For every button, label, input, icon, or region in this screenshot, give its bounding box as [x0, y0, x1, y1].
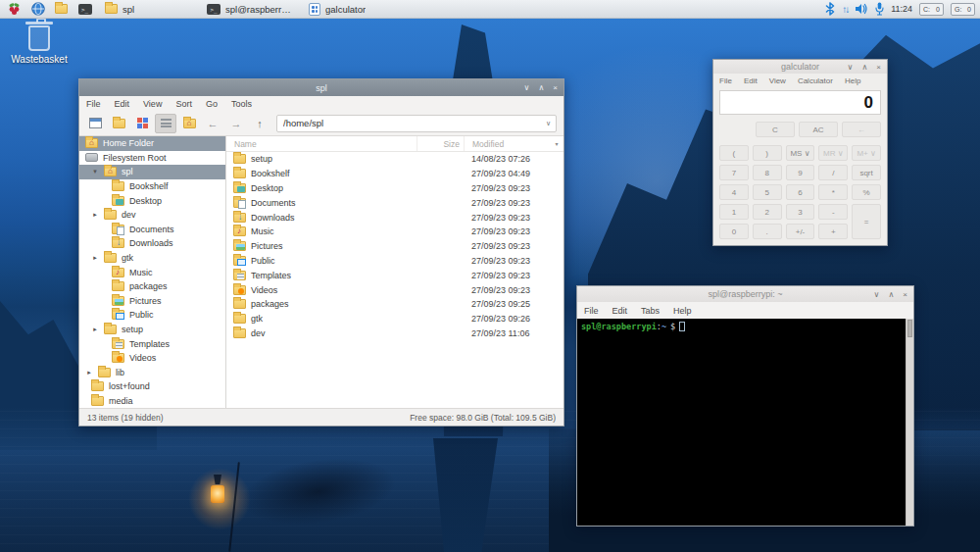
memory-recall-button[interactable]: MR ∨ — [818, 145, 848, 161]
wastebasket-desktop-icon[interactable]: Wastebasket — [6, 25, 73, 65]
sidebar-tree-item-pictures[interactable]: Pictures — [79, 294, 225, 309]
bluetooth-icon[interactable] — [825, 2, 835, 16]
file-row-packages[interactable]: packages 27/09/23 09:25 — [226, 297, 564, 312]
menu-sort[interactable]: Sort — [169, 99, 199, 109]
minimize-icon[interactable]: ∨ — [874, 290, 880, 299]
key-2[interactable]: 2 — [753, 204, 782, 220]
maximize-icon[interactable]: ∧ — [538, 83, 544, 92]
sidebar-tree-item-lib[interactable]: ▸ lib — [79, 366, 225, 380]
menu-edit[interactable]: Edit — [606, 306, 635, 316]
sidebar-tree-item-packages[interactable]: packages — [79, 279, 225, 294]
sidebar-tree-item-music[interactable]: Music — [79, 265, 225, 279]
clock[interactable]: 11:24 — [891, 4, 912, 14]
microphone-icon[interactable] — [875, 2, 884, 16]
back-button[interactable]: ← — [202, 114, 223, 133]
file-row-desktop[interactable]: Desktop 27/09/23 09:23 — [226, 181, 564, 196]
menu-file[interactable]: File — [79, 99, 108, 109]
menu-tools[interactable]: Tools — [224, 99, 259, 109]
file-row-templates[interactable]: Templates 27/09/23 09:23 — [226, 268, 564, 282]
network-traffic-icon[interactable]: ↑↓ — [842, 4, 848, 15]
close-icon[interactable]: × — [903, 290, 907, 299]
chevron-down-icon[interactable]: ∨ — [541, 120, 556, 127]
key-3[interactable]: 3 — [786, 204, 815, 220]
key-8[interactable]: 8 — [753, 165, 782, 180]
scrollbar-thumb[interactable] — [907, 320, 912, 337]
maximize-icon[interactable]: ∧ — [861, 63, 867, 72]
menu-go[interactable]: Go — [199, 99, 224, 109]
expander-closed-icon[interactable]: ▸ — [91, 326, 99, 333]
browser-launcher[interactable] — [27, 1, 48, 18]
sidebar-tree-item-templates[interactable]: Templates — [79, 336, 225, 351]
file-row-bookshelf[interactable]: Bookshelf 27/09/23 04:49 — [226, 167, 564, 181]
clear-button[interactable]: C — [756, 122, 795, 137]
sidebar-item-home-folder[interactable]: Home Folder — [79, 136, 225, 151]
menu-view[interactable]: View — [136, 99, 169, 109]
expander-closed-icon[interactable]: ▸ — [91, 254, 99, 262]
menu-calculator[interactable]: Calculator — [792, 76, 839, 85]
terminal-titlebar[interactable]: spl@raspberrypi: ~ ∨ ∧ × — [577, 286, 913, 302]
column-header-modified[interactable]: Modified — [464, 136, 550, 151]
menu-edit[interactable]: Edit — [738, 76, 763, 85]
terminal-content[interactable]: spl@raspberrypi:~$ — [577, 319, 913, 526]
volume-icon[interactable] — [855, 3, 868, 15]
close-paren-button[interactable]: ) — [753, 145, 782, 161]
expander-closed-icon[interactable]: ▸ — [85, 369, 93, 376]
multiply-button[interactable]: * — [818, 184, 848, 200]
sidebar-tree-item-public[interactable]: Public — [79, 308, 225, 323]
sidebar-tree-item-spl[interactable]: ▾ spl — [79, 165, 225, 179]
menu-tabs[interactable]: Tabs — [634, 306, 666, 316]
close-icon[interactable]: × — [553, 83, 558, 92]
menu-view[interactable]: View — [763, 76, 792, 85]
menu-edit[interactable]: Edit — [108, 99, 137, 109]
divide-button[interactable]: / — [818, 165, 848, 180]
file-row-pictures[interactable]: Pictures 27/09/23 09:23 — [226, 239, 564, 254]
new-window-button[interactable] — [84, 114, 106, 133]
list-view-button[interactable] — [155, 114, 176, 133]
file-row-setup[interactable]: setup 14/08/23 07:26 — [226, 152, 564, 167]
sidebar-tree-item-gtk[interactable]: ▸ gtk — [79, 251, 225, 266]
calculator-titlebar[interactable]: galculator ∨ ∧ × — [713, 60, 887, 74]
file-row-dev[interactable]: dev 27/09/23 11:06 — [226, 326, 564, 341]
menu-file[interactable]: File — [713, 76, 738, 85]
memory-store-button[interactable]: MS ∨ — [786, 145, 815, 161]
expander-open-icon[interactable]: ▾ — [91, 168, 99, 176]
gpu-monitor[interactable]: G: 0 — [951, 3, 975, 16]
close-icon[interactable]: × — [876, 63, 881, 72]
forward-button[interactable]: → — [225, 114, 247, 133]
key-6[interactable]: 6 — [786, 184, 815, 200]
taskbar-window-button-calculator[interactable]: galculator — [302, 1, 401, 18]
file-manager-titlebar[interactable]: spl ∨ ∧ × — [79, 79, 564, 96]
sidebar-tree-item-videos[interactable]: Videos — [79, 351, 225, 366]
taskbar-window-button-terminal[interactable]: >_ spl@raspberrypi: ~ — [200, 1, 299, 18]
home-button[interactable] — [178, 114, 200, 133]
key-0[interactable]: 0 — [719, 224, 749, 239]
column-header-size[interactable]: Size — [416, 136, 464, 151]
sign-button[interactable]: +/- — [786, 224, 815, 239]
sidebar-tree-item-bookshelf[interactable]: Bookshelf — [79, 179, 225, 194]
key-9[interactable]: 9 — [786, 165, 815, 180]
column-header-name[interactable]: Name — [226, 139, 416, 149]
sidebar-tree-item-setup[interactable]: ▸ setup — [79, 323, 225, 337]
up-button[interactable]: ↑ — [249, 114, 270, 133]
menu-button[interactable] — [4, 1, 24, 18]
sqrt-button[interactable]: sqrt — [852, 165, 881, 180]
menu-file[interactable]: File — [577, 306, 606, 316]
all-clear-button[interactable]: AC — [799, 122, 838, 137]
expander-closed-icon[interactable]: ▸ — [91, 211, 99, 219]
file-row-gtk[interactable]: gtk 27/09/23 09:26 — [226, 312, 564, 326]
key-5[interactable]: 5 — [753, 184, 782, 200]
file-row-downloads[interactable]: Downloads 27/09/23 09:23 — [226, 210, 564, 225]
file-row-music[interactable]: Music 27/09/23 09:23 — [226, 225, 564, 239]
key-4[interactable]: 4 — [719, 184, 749, 200]
minimize-icon[interactable]: ∨ — [524, 83, 530, 92]
file-manager-launcher[interactable] — [51, 1, 72, 18]
sidebar-tree-item-media[interactable]: media — [79, 394, 225, 408]
backspace-button[interactable]: ← — [842, 122, 881, 137]
memory-plus-button[interactable]: M+ ∨ — [852, 145, 881, 161]
key-1[interactable]: 1 — [719, 204, 749, 220]
sidebar-tree-item-lost-found[interactable]: lost+found — [79, 379, 225, 394]
icon-view-button[interactable] — [131, 114, 153, 133]
file-row-documents[interactable]: Documents 27/09/23 09:23 — [226, 195, 564, 210]
sidebar-item-filesystem-root[interactable]: Filesystem Root — [79, 151, 225, 166]
path-input[interactable] — [277, 118, 541, 128]
